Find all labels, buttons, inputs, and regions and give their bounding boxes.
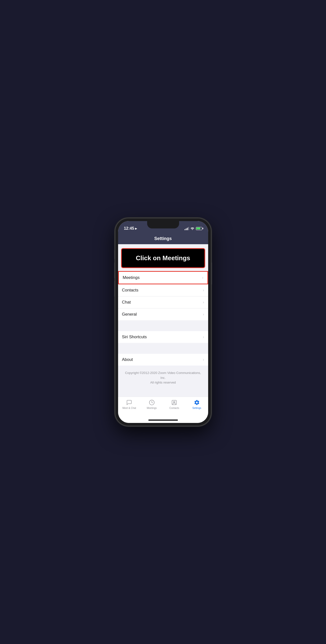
copyright-line2: All rights reserved xyxy=(150,380,176,384)
chevron-right-icon: › xyxy=(203,300,204,304)
tab-contacts[interactable]: Contacts xyxy=(163,399,186,410)
chevron-right-icon: › xyxy=(203,312,204,316)
tab-settings[interactable]: Settings xyxy=(186,399,208,410)
status-time: 12:45 xyxy=(124,226,134,231)
notch xyxy=(147,221,179,228)
settings-row-siri-shortcuts[interactable]: Siri Shortcuts › xyxy=(118,331,208,343)
general-label: General xyxy=(122,312,137,317)
highlight-banner: Click on Meetings xyxy=(121,248,205,268)
settings-row-general[interactable]: General › xyxy=(118,308,208,320)
highlight-banner-text: Click on Meetings xyxy=(136,254,190,262)
chevron-right-icon: › xyxy=(203,358,204,362)
settings-tab-icon xyxy=(194,399,200,406)
home-bar xyxy=(148,420,178,421)
tab-meet-chat-label: Meet & Chat xyxy=(122,407,136,410)
navigation-bar: Settings xyxy=(118,233,208,244)
home-indicator xyxy=(118,417,208,423)
volume-down-button xyxy=(114,281,115,297)
tab-settings-label: Settings xyxy=(192,407,201,410)
meetings-tab-icon xyxy=(149,399,155,406)
mute-button xyxy=(114,250,115,259)
svg-point-2 xyxy=(173,401,175,403)
chevron-right-icon: › xyxy=(203,335,204,339)
settings-content: Click on Meetings Meetings › Contacts › … xyxy=(118,244,208,396)
copyright-line1: Copyright ©2012-2020 Zoom Video Communic… xyxy=(125,371,201,380)
location-icon: ▶ xyxy=(135,227,137,230)
battery-icon xyxy=(196,227,202,230)
tab-meetings[interactable]: Meetings xyxy=(140,399,163,410)
about-label: About xyxy=(122,357,133,362)
settings-row-contacts[interactable]: Contacts › xyxy=(118,284,208,296)
settings-group-about: About › xyxy=(118,354,208,366)
chevron-right-icon: › xyxy=(203,288,204,292)
tab-meet-chat[interactable]: Meet & Chat xyxy=(118,399,141,410)
tab-meetings-label: Meetings xyxy=(147,407,157,410)
chevron-right-icon: › xyxy=(202,276,203,280)
wifi-icon xyxy=(190,226,194,231)
meetings-label: Meetings xyxy=(123,275,140,280)
status-icons xyxy=(185,226,202,231)
tab-bar: Meet & Chat Meetings xyxy=(118,396,208,417)
contacts-tab-icon xyxy=(171,399,177,406)
tab-contacts-label: Contacts xyxy=(170,407,179,410)
settings-row-chat[interactable]: Chat › xyxy=(118,296,208,308)
phone-screen: 12:45 ▶ xyxy=(118,221,208,423)
signal-icon xyxy=(185,227,189,230)
copyright-section: Copyright ©2012-2020 Zoom Video Communic… xyxy=(118,366,208,392)
settings-group-siri: Siri Shortcuts › xyxy=(118,331,208,343)
chat-label: Chat xyxy=(122,300,131,305)
meet-chat-icon xyxy=(126,399,132,406)
settings-group-main: Meetings › Contacts › Chat › General › xyxy=(118,271,208,320)
volume-up-button xyxy=(114,262,115,278)
settings-row-about[interactable]: About › xyxy=(118,354,208,366)
power-button xyxy=(211,262,212,284)
contacts-label: Contacts xyxy=(122,288,139,293)
phone-frame: 12:45 ▶ xyxy=(115,218,211,426)
section-gap-2 xyxy=(118,343,208,351)
settings-row-meetings[interactable]: Meetings › xyxy=(118,271,208,284)
siri-shortcuts-label: Siri Shortcuts xyxy=(122,334,147,340)
section-gap-1 xyxy=(118,320,208,328)
nav-title: Settings xyxy=(154,236,172,241)
